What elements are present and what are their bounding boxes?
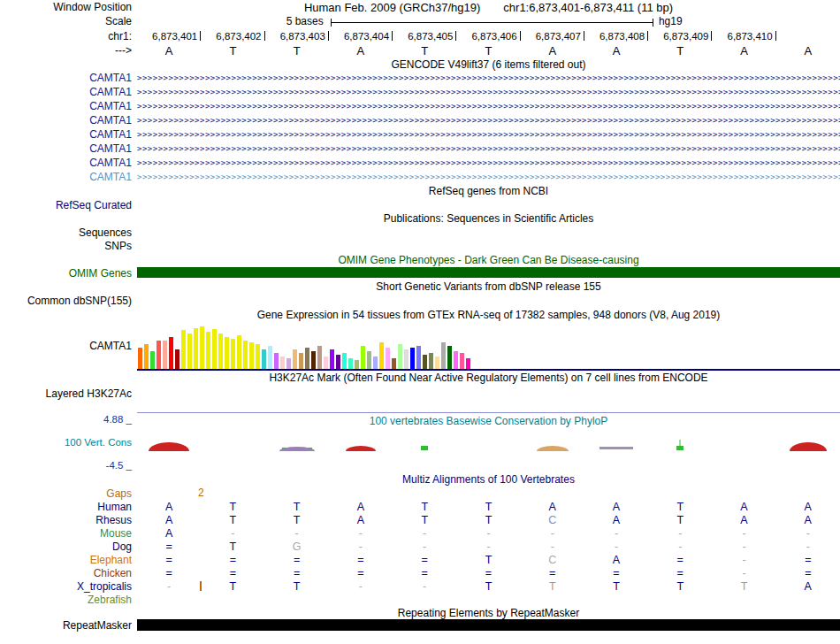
gtex-expression-bar[interactable] xyxy=(268,346,272,369)
gene-model[interactable]: >>>>>>>>>>>>>>>>>>>>>>>>>>>>>>>>>>>>>>>>… xyxy=(137,113,840,127)
gtex-expression-bar[interactable] xyxy=(181,330,186,369)
gene-label[interactable]: CAMTA1 xyxy=(0,114,137,126)
gtex-expression-bar[interactable] xyxy=(274,353,279,369)
omim-track-title[interactable]: OMIM Gene Phenotypes - Dark Green Can Be… xyxy=(137,254,840,266)
gtex-expression-bar[interactable] xyxy=(299,353,303,369)
snps-track-label[interactable]: SNPs xyxy=(0,240,137,252)
gtex-expression-bar[interactable] xyxy=(150,351,155,369)
gtex-expression-bar[interactable] xyxy=(305,348,309,369)
gtex-expression-bar[interactable] xyxy=(206,332,210,369)
ruler-label[interactable]: 6,873,407 xyxy=(521,31,584,42)
gtex-expression-bar[interactable] xyxy=(256,344,260,369)
h3k27ac-track-title[interactable]: H3K27Ac Mark (Often Found Near Active Re… xyxy=(137,372,840,384)
phylop-track-label[interactable]: 100 Vert. Cons xyxy=(65,437,132,448)
gtex-expression-bar[interactable] xyxy=(348,358,353,369)
species-label[interactable]: Human xyxy=(0,501,137,513)
h3k27ac-track-area[interactable] xyxy=(137,385,840,402)
gtex-expression-bar[interactable] xyxy=(324,356,328,369)
ruler-label[interactable]: 6,873,408 xyxy=(584,31,648,42)
phylop-track-title[interactable]: 100 vertebrates Basewise Conservation by… xyxy=(137,415,840,427)
gtex-expression-bar[interactable] xyxy=(212,329,217,369)
gtex-expression-bar[interactable] xyxy=(355,360,359,369)
omim-track-label[interactable]: OMIM Genes xyxy=(0,267,137,280)
species-label[interactable]: Elephant xyxy=(0,554,137,566)
gtex-expression-bar[interactable] xyxy=(163,341,167,369)
gtex-expression-bar[interactable] xyxy=(194,328,198,369)
gtex-expression-bar[interactable] xyxy=(311,351,316,369)
ruler-label[interactable]: 6,873,410 xyxy=(712,31,775,42)
gtex-expression-bar[interactable] xyxy=(317,346,322,369)
gtex-expression-bar[interactable] xyxy=(429,353,433,369)
gene-model[interactable]: >>>>>>>>>>>>>>>>>>>>>>>>>>>>>>>>>>>>>>>>… xyxy=(137,170,840,184)
gtex-expression-bar[interactable] xyxy=(138,348,142,369)
gtex-expression-bar[interactable] xyxy=(262,349,266,369)
refseq-track-label[interactable]: RefSeq Curated xyxy=(0,199,137,211)
species-label[interactable]: Chicken xyxy=(0,567,137,579)
gtex-expression-bar[interactable] xyxy=(225,337,229,369)
gene-label[interactable]: CAMTA1 xyxy=(0,142,137,155)
dbsnp-track-area[interactable] xyxy=(137,294,840,308)
repeatmasker-bar[interactable] xyxy=(137,619,840,631)
gtex-expression-bar[interactable] xyxy=(169,337,173,369)
gtex-expression-bar[interactable] xyxy=(175,349,179,369)
refseq-track-area[interactable] xyxy=(137,198,840,211)
ruler-label[interactable]: 6,873,405 xyxy=(393,31,456,42)
gtex-chart-area[interactable] xyxy=(137,321,840,371)
gtex-expression-bar[interactable] xyxy=(336,355,340,369)
gtex-expression-bar[interactable] xyxy=(398,344,402,369)
dbsnp-track-title[interactable]: Short Genetic Variants from dbSNP releas… xyxy=(137,280,840,293)
gtex-expression-bar[interactable] xyxy=(330,349,334,369)
gtex-expression-bar[interactable] xyxy=(466,358,470,369)
gene-model[interactable]: >>>>>>>>>>>>>>>>>>>>>>>>>>>>>>>>>>>>>>>>… xyxy=(137,85,840,99)
sequences-track-label[interactable]: Sequences xyxy=(0,226,137,239)
gene-label[interactable]: CAMTA1 xyxy=(0,100,137,112)
gtex-expression-bar[interactable] xyxy=(441,342,446,369)
species-label[interactable]: Dog xyxy=(0,540,137,553)
gtex-expression-bar[interactable] xyxy=(410,348,415,369)
gtex-expression-bar[interactable] xyxy=(286,358,291,369)
ruler-label[interactable]: 6,873,402 xyxy=(201,31,264,42)
snps-track-area[interactable] xyxy=(137,239,840,253)
omim-gene-bar[interactable] xyxy=(137,267,840,278)
gtex-expression-bar[interactable] xyxy=(157,341,161,369)
multiz-track-title[interactable]: Multiz Alignments of 100 Vertebrates xyxy=(137,473,840,486)
gtex-expression-bar[interactable] xyxy=(200,326,204,369)
gene-label[interactable]: CAMTA1 xyxy=(0,72,137,84)
gtex-track-title[interactable]: Gene Expression in 54 tissues from GTEx … xyxy=(137,309,840,321)
gtex-expression-bar[interactable] xyxy=(373,356,378,369)
ruler-label[interactable]: 6,873,404 xyxy=(329,31,393,42)
gtex-expression-bar[interactable] xyxy=(386,348,390,369)
position-ruler[interactable]: 6,873,4016,873,4026,873,4036,873,4046,87… xyxy=(137,28,840,43)
gtex-expression-bar[interactable] xyxy=(280,356,285,369)
gtex-expression-bar[interactable] xyxy=(218,334,223,369)
gtex-expression-bar[interactable] xyxy=(447,346,452,369)
species-label[interactable]: Rhesus xyxy=(0,514,137,526)
gene-model[interactable]: >>>>>>>>>>>>>>>>>>>>>>>>>>>>>>>>>>>>>>>>… xyxy=(137,71,840,85)
gtex-expression-bar[interactable] xyxy=(342,353,347,369)
gtex-expression-bar[interactable] xyxy=(379,342,384,369)
dbsnp-track-label[interactable]: Common dbSNP(155) xyxy=(0,295,137,307)
gtex-expression-bar[interactable] xyxy=(361,346,365,369)
refseq-track-title[interactable]: RefSeq genes from NCBI xyxy=(137,185,840,197)
publications-track-title[interactable]: Publications: Sequences in Scientific Ar… xyxy=(137,212,840,225)
gene-model[interactable]: >>>>>>>>>>>>>>>>>>>>>>>>>>>>>>>>>>>>>>>>… xyxy=(137,127,840,142)
species-label[interactable]: Mouse xyxy=(0,527,137,540)
gene-label[interactable]: CAMTA1 xyxy=(0,86,137,98)
gtex-expression-bar[interactable] xyxy=(293,349,297,369)
ruler-label[interactable]: 6,873,403 xyxy=(265,31,329,42)
gtex-expression-bar[interactable] xyxy=(435,356,439,369)
ruler-label[interactable]: 6,873,409 xyxy=(648,31,712,42)
repeatmasker-track-label[interactable]: RepeatMasker xyxy=(0,619,137,632)
h3k27ac-track-label[interactable]: Layered H3K27Ac xyxy=(0,387,137,400)
sequences-track-area[interactable] xyxy=(137,226,840,239)
gene-model[interactable]: >>>>>>>>>>>>>>>>>>>>>>>>>>>>>>>>>>>>>>>>… xyxy=(137,99,840,113)
repeatmasker-track-title[interactable]: Repeating Elements by RepeatMasker xyxy=(137,607,840,619)
species-label[interactable]: Zebrafish xyxy=(0,594,137,606)
gtex-expression-bar[interactable] xyxy=(423,355,427,369)
gtex-track-label[interactable]: CAMTA1 xyxy=(0,340,137,352)
gene-model[interactable]: >>>>>>>>>>>>>>>>>>>>>>>>>>>>>>>>>>>>>>>>… xyxy=(137,156,840,170)
gtex-expression-bar[interactable] xyxy=(367,351,371,369)
gene-model[interactable]: >>>>>>>>>>>>>>>>>>>>>>>>>>>>>>>>>>>>>>>>… xyxy=(137,142,840,156)
gtex-expression-bar[interactable] xyxy=(416,346,421,369)
gtex-expression-bar[interactable] xyxy=(243,341,248,369)
